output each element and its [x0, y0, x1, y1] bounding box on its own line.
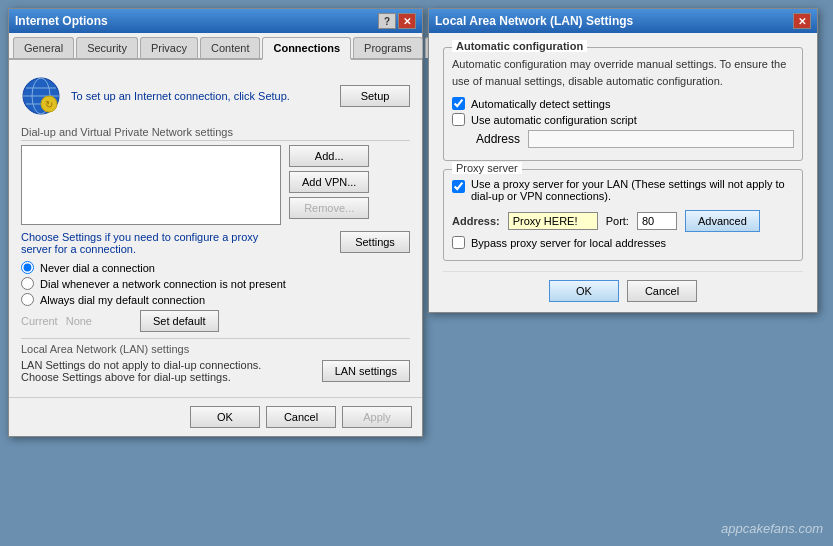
port-label: Port:: [606, 215, 629, 227]
add-button[interactable]: Add...: [289, 145, 369, 167]
help-button[interactable]: ?: [378, 13, 396, 29]
use-proxy-checkbox[interactable]: [452, 180, 465, 193]
always-dial-radio[interactable]: [21, 293, 34, 306]
always-dial-label: Always dial my default connection: [40, 294, 205, 306]
auto-detect-checkbox[interactable]: [452, 97, 465, 110]
lan-title-controls: ✕: [793, 13, 811, 29]
proxy-server-heading: Proxy server: [452, 162, 522, 174]
close-button[interactable]: ✕: [398, 13, 416, 29]
setup-button[interactable]: Setup: [340, 85, 410, 107]
choose-settings-text: Choose Settings if you need to configure…: [21, 231, 281, 255]
bypass-label: Bypass proxy server for local addresses: [471, 237, 666, 249]
tab-bar: General Security Privacy Content Connect…: [9, 33, 422, 60]
connections-content: ↻ To set up an Internet connection, clic…: [9, 60, 422, 397]
never-dial-label: Never dial a connection: [40, 262, 155, 274]
auto-config-heading: Automatic configuration: [452, 40, 587, 52]
svg-text:↻: ↻: [45, 99, 53, 110]
cancel-button[interactable]: Cancel: [266, 406, 336, 428]
bypass-row: Bypass proxy server for local addresses: [452, 236, 794, 249]
lan-content: Automatic configuration Automatic config…: [429, 33, 817, 312]
setup-row: ↻ To set up an Internet connection, clic…: [21, 70, 410, 122]
dialup-section-title: Dial-up and Virtual Private Network sett…: [21, 126, 233, 138]
lan-section-title: Local Area Network (LAN) settings: [21, 343, 189, 355]
never-dial-radio[interactable]: [21, 261, 34, 274]
internet-options-window: Internet Options ? ✕ General Security Pr…: [8, 8, 423, 437]
tab-programs[interactable]: Programs: [353, 37, 423, 58]
internet-options-title: Internet Options: [15, 14, 108, 28]
auto-config-desc: Automatic configuration may override man…: [452, 56, 794, 89]
set-default-button[interactable]: Set default: [140, 310, 219, 332]
lan-settings-titlebar: Local Area Network (LAN) Settings ✕: [429, 9, 817, 33]
lan-cancel-button[interactable]: Cancel: [627, 280, 697, 302]
auto-script-row: Use automatic configuration script: [452, 113, 794, 126]
tab-connections[interactable]: Connections: [262, 37, 351, 60]
vpn-list[interactable]: [21, 145, 281, 225]
auto-address-input[interactable]: [528, 130, 794, 148]
dial-whenever-row: Dial whenever a network connection is no…: [21, 277, 410, 290]
bypass-checkbox[interactable]: [452, 236, 465, 249]
ok-button[interactable]: OK: [190, 406, 260, 428]
advanced-button[interactable]: Advanced: [685, 210, 760, 232]
proxy-address-label: Address:: [452, 215, 500, 227]
proxy-address-row: Address: Port: Advanced: [452, 210, 794, 232]
current-row: Current None Set default: [21, 310, 410, 332]
never-dial-row: Never dial a connection: [21, 261, 410, 274]
lan-settings-window: Local Area Network (LAN) Settings ✕ Auto…: [428, 8, 818, 313]
lan-dialog-buttons: OK Cancel: [443, 271, 803, 302]
globe-icon: ↻: [21, 76, 61, 116]
io-bottom-buttons: OK Cancel Apply: [9, 397, 422, 436]
dialup-area: Add... Add VPN... Remove...: [21, 145, 410, 225]
dial-whenever-radio[interactable]: [21, 277, 34, 290]
use-proxy-label: Use a proxy server for your LAN (These s…: [471, 178, 794, 202]
setup-text: To set up an Internet connection, click …: [71, 90, 330, 102]
apply-button[interactable]: Apply: [342, 406, 412, 428]
lan-desc: LAN Settings do not apply to dial-up con…: [21, 359, 301, 383]
tab-security[interactable]: Security: [76, 37, 138, 58]
proxy-address-input[interactable]: [508, 212, 598, 230]
title-controls: ? ✕: [378, 13, 416, 29]
auto-detect-label: Automatically detect settings: [471, 98, 610, 110]
settings-button[interactable]: Settings: [340, 231, 410, 253]
tab-content[interactable]: Content: [200, 37, 261, 58]
tab-general[interactable]: General: [13, 37, 74, 58]
auto-script-checkbox[interactable]: [452, 113, 465, 126]
auto-config-section: Automatic configuration Automatic config…: [443, 47, 803, 161]
lan-close-button[interactable]: ✕: [793, 13, 811, 29]
lan-settings-button[interactable]: LAN settings: [322, 360, 410, 382]
tab-privacy[interactable]: Privacy: [140, 37, 198, 58]
lan-settings-title: Local Area Network (LAN) Settings: [435, 14, 633, 28]
current-label: Current: [21, 315, 58, 327]
auto-detect-row: Automatically detect settings: [452, 97, 794, 110]
port-input[interactable]: [637, 212, 677, 230]
internet-options-titlebar: Internet Options ? ✕: [9, 9, 422, 33]
always-dial-row: Always dial my default connection: [21, 293, 410, 306]
auto-script-label: Use automatic configuration script: [471, 114, 637, 126]
proxy-server-section: Proxy server Use a proxy server for your…: [443, 169, 803, 261]
dial-whenever-label: Dial whenever a network connection is no…: [40, 278, 286, 290]
lan-ok-button[interactable]: OK: [549, 280, 619, 302]
remove-button[interactable]: Remove...: [289, 197, 369, 219]
watermark: appcakefans.com: [721, 521, 823, 536]
vpn-buttons: Add... Add VPN... Remove...: [289, 145, 369, 219]
add-vpn-button[interactable]: Add VPN...: [289, 171, 369, 193]
auto-address-row: Address: [476, 130, 794, 148]
address-label: Address: [476, 132, 520, 146]
current-value: None: [66, 315, 92, 327]
